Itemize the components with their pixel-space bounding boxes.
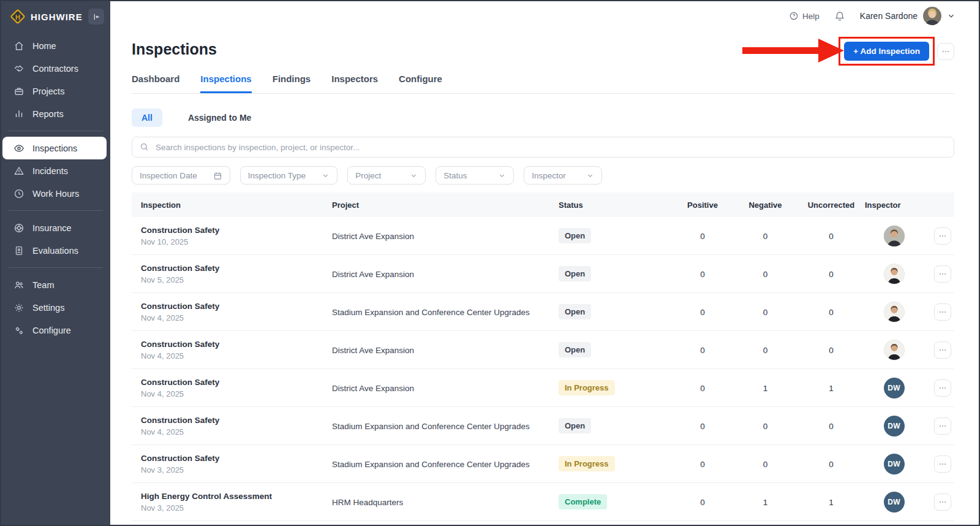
user-menu[interactable]: Karen Sardone: [860, 7, 956, 25]
filter-inspector[interactable]: Inspector: [524, 166, 602, 185]
sidebar-divider: [9, 131, 103, 131]
inspection-date: Nov 4, 2025: [141, 313, 332, 322]
row-more-button[interactable]: [934, 455, 951, 473]
inspection-date: Nov 4, 2025: [141, 427, 332, 436]
inspection-name: Construction Safety: [141, 264, 332, 273]
sidebar-item-incidents[interactable]: Incidents: [1, 159, 110, 182]
handshake-icon: [13, 63, 24, 74]
sidebar-item-contractors[interactable]: Contractors: [1, 57, 110, 80]
sidebar-item-label: Work Hours: [32, 189, 79, 199]
tab-configure[interactable]: Configure: [399, 74, 442, 93]
sidebar-item-reports[interactable]: Reports: [1, 102, 110, 125]
row-more-button[interactable]: [934, 379, 951, 397]
sidebar-item-insurance[interactable]: Insurance: [1, 216, 110, 239]
sidebar-item-work-hours[interactable]: Work Hours: [1, 182, 110, 205]
filter-chip-all[interactable]: All: [132, 109, 162, 127]
notification-bell-icon[interactable]: [834, 10, 845, 21]
uncorrected-count: 0: [829, 232, 834, 241]
status-badge: Open: [559, 304, 591, 319]
sidebar-item-settings[interactable]: Settings: [1, 296, 110, 319]
filter-inspection-date[interactable]: Inspection Date: [132, 166, 230, 185]
negative-count: 1: [763, 384, 768, 393]
sidebar-item-inspections[interactable]: Inspections: [2, 137, 107, 159]
home-icon: [13, 40, 24, 51]
tab-inspections[interactable]: Inspections: [200, 74, 251, 93]
sidebar-item-label: Projects: [32, 86, 64, 96]
filter-label: Inspection Type: [248, 171, 306, 180]
sidebar-item-label: Evaluations: [32, 246, 78, 256]
row-more-button[interactable]: [934, 265, 951, 283]
positive-count: 0: [700, 384, 705, 393]
calendar-icon: [213, 171, 222, 180]
highwire-logo-icon: H: [10, 9, 26, 25]
table-row[interactable]: Construction Safety Nov 10, 2025 Distric…: [132, 217, 954, 255]
inspector-avatar: [884, 340, 905, 360]
positive-count: 0: [700, 346, 705, 355]
sidebar-item-label: Settings: [32, 303, 64, 313]
sidebar-collapse-button[interactable]: [88, 9, 104, 25]
row-more-button[interactable]: [934, 494, 951, 511]
table-row[interactable]: Construction Safety Nov 3, 2025 Stadium …: [132, 445, 954, 483]
row-more-button[interactable]: [934, 227, 951, 245]
row-more-button[interactable]: [934, 303, 951, 321]
sidebar-divider: [9, 267, 103, 268]
column-header-status: Status: [559, 200, 672, 210]
sidebar-item-configure[interactable]: Configure: [1, 319, 110, 341]
positive-count: 0: [700, 308, 705, 317]
bar-chart-icon: [13, 109, 24, 120]
project-name: District Ave Expansion: [332, 384, 414, 393]
row-more-button[interactable]: [934, 417, 951, 435]
filter-chip-assigned-to-me[interactable]: Assigned to Me: [178, 109, 261, 127]
sidebar-item-label: Reports: [32, 109, 64, 119]
column-header-negative: Negative: [733, 200, 797, 210]
table-row[interactable]: Construction Safety Nov 4, 2025 District…: [132, 369, 954, 407]
page-header: Inspections + Add Inspection: [132, 37, 954, 70]
sidebar-item-label: Inspections: [32, 143, 77, 153]
chevron-down-icon: [586, 172, 594, 180]
help-icon: [789, 11, 799, 21]
search-input[interactable]: [132, 137, 954, 158]
table-row[interactable]: High Energy Control Assessment Nov 3, 20…: [132, 483, 954, 521]
sidebar-item-team[interactable]: Team: [1, 273, 110, 296]
project-name: District Ave Expansion: [332, 270, 414, 279]
filter-status[interactable]: Status: [435, 166, 514, 185]
positive-count: 0: [700, 232, 705, 241]
svg-text:H: H: [15, 13, 20, 21]
negative-count: 0: [763, 460, 768, 469]
filter-inspection-type[interactable]: Inspection Type: [240, 166, 337, 185]
filter-project[interactable]: Project: [347, 166, 426, 185]
positive-count: 0: [700, 460, 705, 469]
inspector-avatar: [884, 302, 905, 322]
status-badge: Complete: [559, 494, 607, 509]
sidebar-item-evaluations[interactable]: Evaluations: [1, 239, 110, 262]
project-name: District Ave Expansion: [332, 346, 414, 355]
quick-filters: All Assigned to Me: [132, 109, 954, 127]
help-link[interactable]: Help: [789, 11, 820, 21]
inspector-avatar: DW: [884, 416, 905, 436]
sidebar-item-label: Insurance: [32, 223, 72, 233]
uncorrected-count: 1: [829, 384, 834, 393]
table-row[interactable]: Construction Safety Nov 4, 2025 District…: [132, 331, 954, 369]
negative-count: 0: [763, 346, 768, 355]
table-row[interactable]: Construction Safety Nov 4, 2025 Stadium …: [132, 293, 954, 331]
table-row[interactable]: Construction Safety Nov 4, 2025 Stadium …: [132, 407, 954, 445]
sidebar-item-label: Contractors: [32, 64, 78, 74]
sidebar-item-projects[interactable]: Projects: [1, 80, 110, 102]
inspection-date: Nov 5, 2025: [141, 275, 332, 284]
inspection-date: Nov 10, 2025: [141, 237, 332, 246]
page-more-button[interactable]: [937, 43, 954, 60]
row-more-button[interactable]: [934, 341, 951, 359]
status-badge: Open: [559, 418, 591, 433]
main-area: Help Karen Sardone Inspections + Add Ins…: [110, 1, 979, 525]
table-row[interactable]: Construction Safety Nov 5, 2025 District…: [132, 255, 954, 293]
sidebar-item-label: Home: [32, 41, 56, 51]
tab-findings[interactable]: Findings: [273, 74, 311, 93]
tab-inspectors[interactable]: Inspectors: [331, 74, 378, 93]
life-buoy-icon: [13, 223, 24, 234]
sidebar-item-home[interactable]: Home: [1, 34, 110, 57]
add-inspection-button[interactable]: + Add Inspection: [844, 42, 929, 61]
inspector-avatar: DW: [884, 492, 905, 513]
positive-count: 0: [700, 270, 705, 279]
filter-label: Inspection Date: [140, 171, 197, 180]
tab-dashboard[interactable]: Dashboard: [132, 74, 179, 93]
